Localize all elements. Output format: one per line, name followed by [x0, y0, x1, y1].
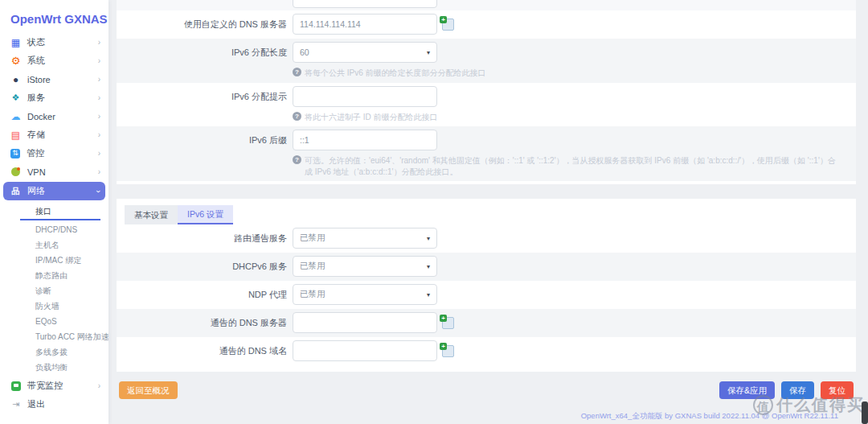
- ra-service-select[interactable]: 已禁用 ▾: [293, 228, 437, 249]
- submenu-item-firewall[interactable]: 防火墙: [0, 298, 108, 314]
- submenu-item-static-routes[interactable]: 静态路由: [0, 268, 108, 283]
- sidebar-item-label: 存储: [27, 129, 45, 141]
- caret-down-icon: ▾: [427, 235, 430, 242]
- sidebar-item-label: 服务: [27, 92, 45, 104]
- network-sitemap-icon: 品: [10, 186, 21, 196]
- submenu-item-hostnames[interactable]: 主机名: [0, 237, 108, 253]
- services-nodes-icon: ❖: [10, 93, 21, 103]
- select-value: 60: [300, 47, 309, 57]
- sidebar-item-istore[interactable]: ● iStore ›: [0, 70, 108, 89]
- sidebar-item-label: 带宽监控: [27, 380, 63, 392]
- help-text: 将此十六进制子 ID 前缀分配给此接口: [305, 112, 438, 123]
- sidebar: OpenWrt GXNAS ▦ 状态 › ⚙ 系统 › ● iStore › ❖…: [0, 0, 108, 424]
- form-row-announced-dns-servers: 通告的 DNS 服务器 +: [117, 309, 856, 337]
- chevron-right-icon: ›: [98, 131, 100, 139]
- sidebar-item-label: 网络: [27, 185, 45, 197]
- form-row-ra-service: 路由通告服务 已禁用 ▾: [117, 224, 856, 253]
- reset-button[interactable]: 复位: [821, 381, 854, 399]
- tab-ipv6-settings[interactable]: IPv6 设置: [178, 205, 233, 224]
- announced-dns-domains-input[interactable]: [293, 340, 437, 361]
- plus-glyph: +: [440, 343, 447, 350]
- field-label: IPv6 分配提示: [117, 83, 293, 103]
- submenu-item-turbo-acc[interactable]: Turbo ACC 网络加速: [0, 329, 108, 344]
- chevron-right-icon: ›: [98, 382, 100, 390]
- add-entry-icon[interactable]: +: [442, 19, 454, 31]
- chevron-right-icon: ›: [98, 76, 100, 84]
- sidebar-item-status[interactable]: ▦ 状态 ›: [0, 33, 108, 51]
- field-help: ? 将每个公共 IPv6 前缀的给定长度部分分配给此接口: [293, 68, 486, 79]
- plus-glyph: +: [440, 16, 447, 23]
- dhcpv6-service-select[interactable]: 已禁用 ▾: [293, 256, 437, 277]
- chevron-right-icon: ›: [98, 113, 100, 121]
- sidebar-item-label: 管控: [27, 147, 44, 159]
- sidebar-item-storage[interactable]: ▤ 存储 ›: [0, 126, 108, 144]
- sidebar-item-label: VPN: [27, 167, 46, 177]
- sidebar-item-vpn[interactable]: VPN ›: [0, 163, 108, 181]
- field-label: DHCPv6 服务: [117, 253, 293, 273]
- interface-settings-card: 使用自定义的 DNS 服务器 + IPv6 分配长度 60 ▾ ?: [117, 0, 856, 184]
- active-submenu-underline: [20, 219, 100, 220]
- field-label: NDP 代理: [117, 281, 293, 301]
- status-grid-icon: ▦: [10, 37, 21, 47]
- form-row-dhcpv6-service: DHCPv6 服务 已禁用 ▾: [117, 253, 856, 281]
- sidebar-item-control[interactable]: ⇅ 管控 ›: [0, 144, 108, 163]
- sidebar-item-network[interactable]: 品 网络 ›: [3, 182, 105, 200]
- submenu-item-load-balancing[interactable]: 负载均衡: [0, 360, 108, 375]
- save-button[interactable]: 保存: [781, 381, 814, 399]
- help-text: 可选。允许的值：'eui64'、'random' 和其他固定值（例如：'::1'…: [305, 155, 843, 177]
- save-apply-button[interactable]: 保存&应用: [719, 381, 775, 399]
- ipv6-assignment-length-select[interactable]: 60 ▾: [293, 42, 437, 63]
- sidebar-item-label: iStore: [27, 75, 51, 84]
- tab-basic-settings[interactable]: 基本设置: [125, 205, 178, 224]
- chevron-right-icon: ›: [98, 150, 100, 158]
- gear-icon: ⚙: [10, 56, 21, 66]
- chevron-right-icon: ›: [98, 168, 100, 176]
- vpn-globe-icon: [11, 167, 20, 176]
- submenu-item-dhcp-dns[interactable]: DHCP/DNS: [0, 222, 108, 237]
- back-to-overview-button[interactable]: 返回至概况: [119, 381, 178, 399]
- settings-tabs: 基本设置 IPv6 设置: [117, 199, 856, 224]
- form-row-announced-dns-domains: 通告的 DNS 域名 +: [117, 337, 856, 365]
- custom-dns-input[interactable]: [293, 14, 437, 35]
- submenu-item-interfaces[interactable]: 接口: [0, 204, 108, 219]
- sidebar-item-label: 退出: [27, 398, 45, 410]
- ipv6-suffix-input[interactable]: [293, 130, 437, 150]
- submenu-item-ip-mac-binding[interactable]: IP/MAC 绑定: [0, 253, 108, 268]
- announced-dns-servers-input[interactable]: [293, 312, 437, 333]
- help-icon: ?: [293, 112, 301, 121]
- caret-down-icon: ▾: [427, 263, 430, 270]
- logo: OpenWrt GXNAS: [0, 0, 108, 33]
- help-text: 将每个公共 IPv6 前缀的给定长度部分分配给此接口: [305, 68, 486, 79]
- help-icon: ?: [293, 155, 301, 164]
- caret-down-icon: ▾: [427, 291, 430, 298]
- add-entry-icon[interactable]: +: [442, 317, 454, 329]
- page-scrollbar: [862, 0, 868, 424]
- submenu-item-multiwan[interactable]: 多线多拨: [0, 344, 108, 360]
- sidebar-item-label: 状态: [27, 36, 45, 48]
- form-row-ndp-proxy: NDP 代理 已禁用 ▾: [117, 281, 856, 309]
- form-row-ipv6-assignment-hint: IPv6 分配提示 ? 将此十六进制子 ID 前缀分配给此接口: [117, 83, 856, 127]
- help-icon: ?: [293, 68, 301, 76]
- ndp-proxy-select[interactable]: 已禁用 ▾: [293, 284, 437, 305]
- docker-whale-icon: ☁: [10, 111, 21, 121]
- footer-version-text: OpenWrt_x64_全功能版 by GXNAS build 2022.11.…: [117, 411, 856, 422]
- main-content: 使用自定义的 DNS 服务器 + IPv6 分配长度 60 ▾ ?: [117, 0, 856, 422]
- logout-icon: ⇥: [10, 399, 21, 410]
- submenu-item-diagnostics[interactable]: 诊断: [0, 283, 108, 298]
- add-entry-icon[interactable]: +: [442, 345, 454, 357]
- chevron-down-icon: ›: [93, 190, 101, 192]
- sidebar-item-system[interactable]: ⚙ 系统 ›: [0, 51, 108, 70]
- submenu-item-eqos[interactable]: EQoS: [0, 314, 108, 329]
- sidebar-item-docker[interactable]: ☁ Docker ›: [0, 107, 108, 126]
- sidebar-item-bandwidth-monitor[interactable]: 带宽监控 ›: [0, 377, 108, 395]
- sidebar-item-services[interactable]: ❖ 服务 ›: [0, 89, 108, 107]
- ipv6-assignment-hint-input[interactable]: [293, 86, 437, 107]
- clipped-input[interactable]: [293, 0, 437, 8]
- scrollbar-thumb[interactable]: [862, 401, 868, 424]
- field-help: ? 将此十六进制子 ID 前缀分配给此接口: [293, 112, 438, 123]
- transfer-arrows-icon: ⇅: [10, 149, 20, 158]
- sidebar-item-logout[interactable]: ⇥ 退出: [0, 395, 108, 414]
- network-submenu: 接口 DHCP/DNS 主机名 IP/MAC 绑定 静态路由 诊断 防火墙 EQ…: [0, 201, 108, 377]
- dhcp-settings-card: 基本设置 IPv6 设置 路由通告服务 已禁用 ▾ DHCPv6 服务 已禁用: [117, 199, 856, 372]
- plus-glyph: +: [440, 315, 447, 322]
